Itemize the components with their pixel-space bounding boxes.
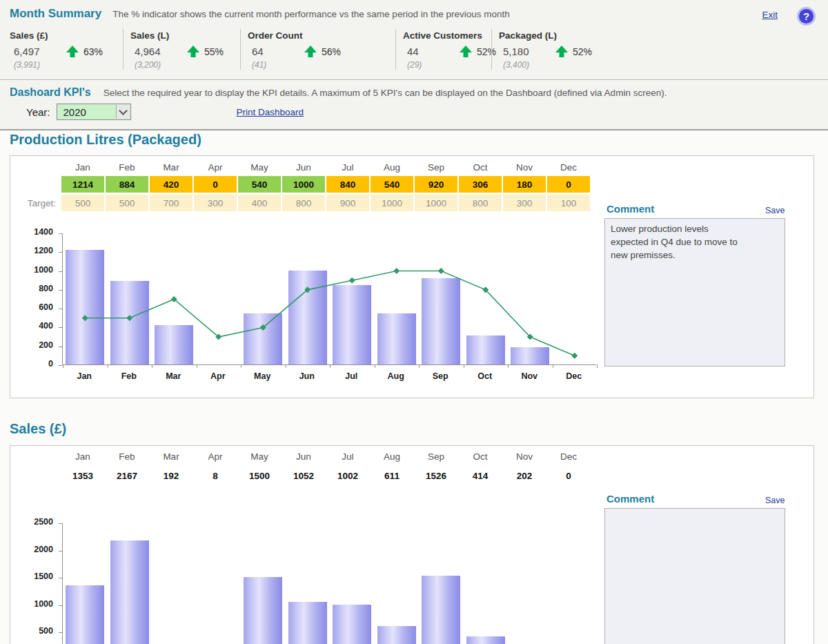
month-label: Nov (503, 160, 546, 174)
month-label: May (238, 449, 281, 463)
sales-value-cell: 414 (459, 469, 502, 482)
value-cell: 1000 (282, 176, 325, 193)
bar-sep (422, 278, 460, 365)
plot-area (62, 233, 596, 365)
target-marker (215, 334, 221, 340)
x-axis-tick (464, 364, 464, 368)
bar-aug (377, 626, 416, 644)
year-select[interactable]: 2020 (57, 104, 131, 120)
sales-value-cell: 1052 (282, 469, 325, 482)
tile-previous-value: (3,991) (14, 60, 123, 70)
target-marker (527, 334, 533, 340)
month-summary-subtitle: The % indicator shows the current month … (112, 9, 510, 19)
up-arrow-icon (66, 46, 79, 57)
month-label: Mar (150, 160, 193, 174)
tile-previous-value: (3,200) (135, 60, 240, 70)
production-comment-title: Comment (607, 203, 654, 215)
tile-change-percent: 55% (204, 46, 224, 57)
sales-value-cell: 611 (371, 469, 413, 482)
sales-value-cell: 192 (150, 469, 193, 482)
year-selector-row: Year: 2020 Print Dashboard (0, 99, 828, 120)
chevron-down-icon[interactable] (116, 105, 130, 119)
sales-value-cell: 1500 (238, 469, 281, 482)
production-panel: JanFebMarAprMayJunJulAugSepOctNovDec1214… (10, 155, 814, 398)
y-axis-tick (59, 365, 62, 366)
tile-label: Active Customers (403, 30, 491, 41)
sales-value-cell: 1002 (326, 469, 369, 482)
target-cell: 400 (238, 195, 281, 211)
tile-previous-value: (41) (252, 60, 395, 70)
tile-label: Packaged (L) (499, 30, 629, 41)
target-cell: 500 (106, 195, 148, 211)
target-marker (171, 296, 177, 302)
target-cell: 1000 (415, 195, 457, 211)
x-axis-tick (330, 364, 331, 368)
tile-value-row: 6456% (248, 46, 395, 57)
month-label: Apr (194, 160, 237, 174)
month-label: Oct (459, 160, 502, 174)
month-label: Dec (547, 449, 590, 463)
month-label: Aug (371, 449, 413, 463)
x-axis-label: Dec (552, 371, 597, 381)
month-label: Feb (106, 449, 148, 463)
sales-save-comment-link[interactable]: Save (765, 496, 785, 505)
sales-value-cell: 202 (503, 469, 546, 482)
tile-label: Sales (L) (130, 30, 240, 41)
bar-may (244, 577, 282, 644)
target-cell: 800 (282, 195, 325, 211)
dashboard-kpis-title: Dashoard KPI's (10, 86, 91, 99)
x-axis-label: Feb (107, 371, 152, 381)
print-dashboard-link[interactable]: Print Dashboard (236, 107, 304, 117)
target-cell: 300 (503, 195, 546, 211)
bar-feb (110, 281, 149, 364)
value-cell: 1214 (61, 176, 104, 193)
bar-jul (333, 285, 371, 364)
x-axis-label: May (240, 371, 285, 381)
production-data-table: JanFebMarAprMayJunJulAugSepOctNovDec1214… (16, 160, 590, 211)
up-arrow-icon (187, 46, 199, 57)
bar-oct (466, 636, 505, 644)
x-axis-tick (553, 364, 553, 368)
sales-comment-textarea[interactable] (604, 508, 785, 644)
bar-sep (422, 576, 460, 644)
summary-tile: Active Customers4452%(29) (395, 29, 491, 70)
month-summary-band: Month Summary The % indicator shows the … (0, 0, 828, 80)
x-axis-label: Aug (374, 371, 419, 381)
x-axis-label: Jun (285, 371, 330, 381)
y-axis-tick-label: 0 (10, 359, 53, 369)
sales-value-cell: 2167 (106, 469, 148, 482)
month-label: Jan (61, 449, 104, 463)
sales-panel: JanFebMarAprMayJunJulAugSepOctNovDec1353… (10, 445, 814, 644)
month-label: May (238, 160, 281, 174)
table-corner (16, 449, 60, 463)
month-label: Jul (326, 160, 369, 174)
target-cell: 300 (194, 195, 237, 211)
target-cell: 700 (150, 195, 193, 211)
production-save-comment-link[interactable]: Save (765, 206, 785, 215)
target-row-label: Target: (16, 195, 60, 211)
bar-feb (110, 540, 149, 644)
y-axis-tick-label: 1200 (10, 246, 53, 255)
bar-nov (511, 347, 549, 364)
help-icon[interactable]: ? (797, 7, 816, 26)
x-axis-tick (152, 364, 152, 368)
year-select-value: 2020 (63, 106, 86, 118)
tile-value: 4,964 (135, 46, 180, 57)
month-label: Feb (106, 160, 148, 174)
tile-previous-value: (29) (407, 60, 491, 70)
target-marker (393, 268, 400, 274)
value-cell: 0 (547, 176, 590, 193)
table-corner (16, 176, 60, 193)
value-cell: 180 (503, 176, 546, 193)
tile-value: 64 (252, 46, 297, 57)
exit-link[interactable]: Exit (762, 10, 778, 20)
bar-mar (155, 325, 193, 364)
x-axis-label: Oct (463, 371, 508, 381)
target-cell: 800 (459, 195, 502, 211)
month-label: Sep (415, 449, 457, 463)
summary-tile: Sales (£)6,49763%(3,991) (10, 29, 123, 70)
target-cell: 1000 (371, 195, 413, 211)
production-comment-textarea[interactable]: Lower production levels expected in Q4 d… (604, 218, 785, 367)
dashboard-kpis-header-row: Dashoard KPI's Select the required year … (0, 81, 828, 99)
bar-jan (66, 585, 104, 644)
